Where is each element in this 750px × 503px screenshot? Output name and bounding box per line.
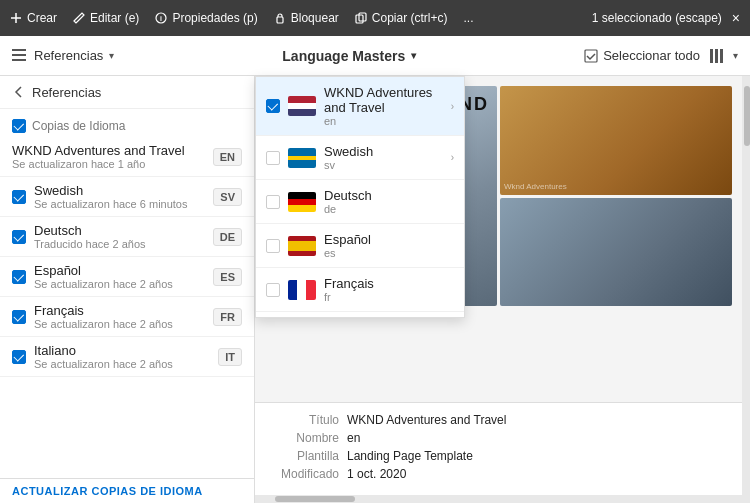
columns-toggle-button[interactable] bbox=[710, 49, 723, 63]
select-all-button[interactable]: Seleccionar todo bbox=[584, 48, 700, 63]
lang-item-info: Italiano Se actualizaron hace 2 años bbox=[34, 343, 210, 370]
chevron-left-icon bbox=[10, 84, 26, 100]
dd-label-en: WKND Adventures and Travel en bbox=[324, 85, 443, 127]
svg-rect-7 bbox=[12, 49, 26, 51]
dd-lang-name: Deutsch bbox=[324, 188, 454, 203]
references-label: Referencias bbox=[34, 48, 103, 63]
dd-checkbox-sv[interactable] bbox=[266, 151, 280, 165]
info-row-title: Título WKND Adventures and Travel bbox=[269, 413, 736, 427]
dd-lang-code: de bbox=[324, 203, 454, 215]
select-all-label: Seleccionar todo bbox=[603, 48, 700, 63]
lang-checkbox-fr[interactable] bbox=[12, 310, 26, 324]
dd-lang-code: es bbox=[324, 247, 454, 259]
left-panel-back[interactable]: Referencias bbox=[0, 76, 254, 109]
dd-label-de: Deutsch de bbox=[324, 188, 454, 215]
horizontal-scrollbar[interactable] bbox=[255, 495, 750, 503]
lang-badge-sv[interactable]: SV bbox=[213, 188, 242, 206]
lang-sub: Se actualizaron hace 1 año bbox=[12, 158, 205, 170]
dropdown-item-de[interactable]: Deutsch de bbox=[256, 180, 464, 224]
lang-sub: Traducido hace 2 años bbox=[34, 238, 205, 250]
lang-name: Español bbox=[34, 263, 205, 278]
dd-label-fr: Français fr bbox=[324, 276, 454, 303]
horizontal-scroll-thumb[interactable] bbox=[275, 496, 355, 502]
chevron-right-icon: › bbox=[451, 101, 454, 112]
properties-button[interactable]: i Propiedades (p) bbox=[155, 11, 257, 25]
language-masters-label: Language Masters bbox=[282, 48, 405, 64]
dd-checkbox-es[interactable] bbox=[266, 239, 280, 253]
close-button[interactable]: × bbox=[732, 10, 740, 26]
lang-item-info: WKND Adventures and Travel Se actualizar… bbox=[12, 143, 205, 170]
dd-checkbox-de[interactable] bbox=[266, 195, 280, 209]
columns-chevron-icon[interactable]: ▾ bbox=[733, 50, 738, 61]
copy-button[interactable]: Copiar (ctrl+c) bbox=[355, 11, 448, 25]
lang-checkbox-it[interactable] bbox=[12, 350, 26, 364]
dropdown-item-fr[interactable]: Français fr bbox=[256, 268, 464, 312]
lang-checkbox-sv[interactable] bbox=[12, 190, 26, 204]
update-copies-button[interactable]: ACTUALIZAR COPIAS DE IDIOMA bbox=[0, 478, 254, 503]
lang-badge-de[interactable]: DE bbox=[213, 228, 242, 246]
lang-sub: Se actualizaron hace 2 años bbox=[34, 318, 205, 330]
lang-checkbox-es[interactable] bbox=[12, 270, 26, 284]
language-masters-dropdown[interactable]: Language Masters ▾ bbox=[114, 48, 584, 64]
toolbar: Crear Editar (e) i Propiedades (p) Bloqu… bbox=[0, 0, 750, 36]
dd-checkbox-en[interactable] bbox=[266, 99, 280, 113]
references-dropdown[interactable]: Referencias ▾ bbox=[12, 48, 114, 63]
dd-checkbox-fr[interactable] bbox=[266, 283, 280, 297]
flag-es-icon bbox=[288, 236, 316, 256]
create-button[interactable]: Crear bbox=[10, 11, 57, 25]
svg-rect-9 bbox=[12, 59, 26, 61]
lang-item-info: Swedish Se actualizaron hace 6 minutos bbox=[34, 183, 205, 210]
left-panel-content: Copias de Idioma WKND Adventures and Tra… bbox=[0, 109, 254, 478]
dd-lang-code: sv bbox=[324, 159, 443, 171]
selected-label: 1 seleccionado (escape) bbox=[592, 11, 722, 25]
lang-item-info: Español Se actualizaron hace 2 años bbox=[34, 263, 205, 290]
lang-badge-es[interactable]: ES bbox=[213, 268, 242, 286]
flag-de-icon bbox=[288, 192, 316, 212]
lang-name: Italiano bbox=[34, 343, 210, 358]
name-value: en bbox=[347, 431, 360, 445]
dropdown-item-it[interactable]: Italiano it bbox=[256, 312, 464, 317]
svg-rect-4 bbox=[277, 17, 283, 23]
list-item[interactable]: Italiano Se actualizaron hace 2 años IT bbox=[0, 337, 254, 377]
more-button[interactable]: ... bbox=[464, 11, 474, 25]
flag-fr-icon bbox=[288, 280, 316, 300]
list-item[interactable]: Español Se actualizaron hace 2 años ES bbox=[0, 257, 254, 297]
secondary-right-actions: Seleccionar todo ▾ bbox=[584, 48, 738, 63]
dd-lang-code: fr bbox=[324, 291, 454, 303]
dd-lang-code: en bbox=[324, 115, 443, 127]
lang-badge-fr[interactable]: FR bbox=[213, 308, 242, 326]
copy-label: Copiar (ctrl+c) bbox=[372, 11, 448, 25]
properties-label: Propiedades (p) bbox=[172, 11, 257, 25]
create-label: Crear bbox=[27, 11, 57, 25]
secondary-bar: Referencias ▾ Language Masters ▾ Selecci… bbox=[0, 36, 750, 76]
lang-checkbox-de[interactable] bbox=[12, 230, 26, 244]
list-item[interactable]: Français Se actualizaron hace 2 años FR bbox=[0, 297, 254, 337]
list-item[interactable]: Deutsch Traducido hace 2 años DE bbox=[0, 217, 254, 257]
preview-caption: Wknd Adventures bbox=[504, 182, 567, 191]
dropdown-item-sv[interactable]: Swedish sv › bbox=[256, 136, 464, 180]
section-title: Copias de Idioma bbox=[32, 119, 125, 133]
lang-badge-it[interactable]: IT bbox=[218, 348, 242, 366]
edit-button[interactable]: Editar (e) bbox=[73, 11, 139, 25]
dropdown-item-es[interactable]: Español es bbox=[256, 224, 464, 268]
section-checkbox[interactable] bbox=[12, 119, 26, 133]
dd-label-sv: Swedish sv bbox=[324, 144, 443, 171]
right-scroll-thumb[interactable] bbox=[744, 86, 750, 146]
right-scrollbar[interactable] bbox=[742, 76, 750, 503]
lang-badge-en[interactable]: EN bbox=[213, 148, 242, 166]
svg-rect-10 bbox=[585, 50, 597, 62]
lang-name: WKND Adventures and Travel bbox=[12, 143, 205, 158]
preview-top-right-image: Wknd Adventures bbox=[500, 86, 732, 195]
list-item[interactable]: Swedish Se actualizaron hace 6 minutos S… bbox=[0, 177, 254, 217]
lang-sub: Se actualizaron hace 2 años bbox=[34, 278, 205, 290]
block-label: Bloquear bbox=[291, 11, 339, 25]
name-label: Nombre bbox=[269, 431, 339, 445]
modified-label: Modificado bbox=[269, 467, 339, 481]
title-value: WKND Adventures and Travel bbox=[347, 413, 506, 427]
list-item[interactable]: WKND Adventures and Travel Se actualizar… bbox=[0, 137, 254, 177]
dropdown-item-en[interactable]: WKND Adventures and Travel en › bbox=[256, 77, 464, 136]
lang-name: Français bbox=[34, 303, 205, 318]
lang-sub: Se actualizaron hace 2 años bbox=[34, 358, 210, 370]
dd-lang-name: Español bbox=[324, 232, 454, 247]
block-button[interactable]: Bloquear bbox=[274, 11, 339, 25]
